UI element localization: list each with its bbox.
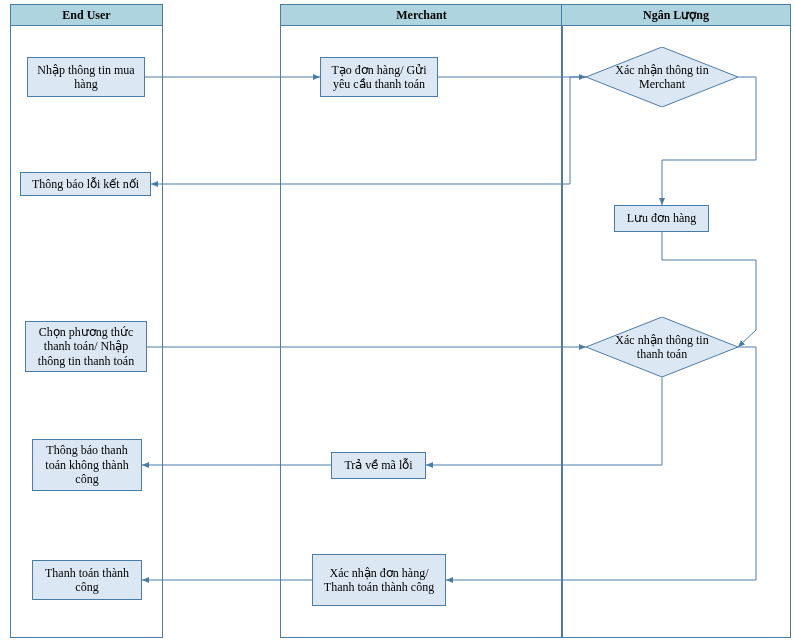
- node-payment-success: Thanh toán thành công: [32, 560, 142, 600]
- node-enter-purchase-info: Nhập thông tin mua hàng: [27, 57, 145, 97]
- node-connection-error: Thông báo lỗi kết nối: [20, 172, 151, 196]
- lane-header-ngan-luong: Ngân Lượng: [561, 4, 791, 26]
- node-choose-payment: Chọn phương thức thanh toán/ Nhập thông …: [25, 321, 147, 372]
- node-save-order: Lưu đơn hàng: [614, 205, 709, 232]
- node-verify-merchant-label: Xác nhận thông tin Merchant: [586, 47, 738, 107]
- node-payment-failed: Thông báo thanh toán không thành công: [32, 439, 142, 491]
- lane-header-merchant: Merchant: [280, 4, 563, 26]
- lane-header-end-user: End User: [10, 4, 163, 26]
- node-return-error: Trả về mã lỗi: [331, 452, 426, 479]
- node-confirm-success: Xác nhận đơn hàng/ Thanh toán thành công: [312, 554, 446, 606]
- node-verify-payment: Xác nhận thông tin thanh toán: [586, 317, 738, 377]
- node-verify-payment-label: Xác nhận thông tin thanh toán: [586, 317, 738, 377]
- node-create-order: Tạo đơn hàng/ Gửi yêu cầu thanh toán: [320, 57, 438, 97]
- lane-border-merchant: [280, 25, 563, 638]
- node-verify-merchant: Xác nhận thông tin Merchant: [586, 47, 738, 107]
- flowchart-canvas: End User Merchant Ngân Lượng Nhập thông …: [0, 0, 795, 643]
